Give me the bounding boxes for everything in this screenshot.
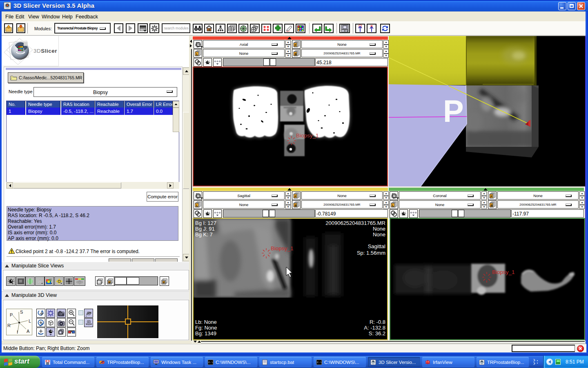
svg-text:Biopsy_1: Biopsy_1 xyxy=(296,132,319,139)
svg-text:Bg I: 127: Bg I: 127 xyxy=(195,220,216,226)
svg-text:S: S xyxy=(20,310,23,314)
svg-text:L: L xyxy=(392,204,394,207)
svg-text:F: F xyxy=(294,195,296,198)
svg-text:L: L xyxy=(196,204,198,207)
svg-text:Lb: None: Lb: None xyxy=(195,319,217,325)
svg-text:Fg: None: Fg: None xyxy=(195,325,217,331)
svg-text:None: None xyxy=(373,231,385,238)
svg-text:R: -0.8: R: -0.8 xyxy=(370,319,385,325)
svg-text:Sagittal: Sagittal xyxy=(368,243,385,249)
svg-text:L: L xyxy=(29,319,31,323)
svg-text:C:\: C:\ xyxy=(317,361,322,364)
svg-text:A: -132.8: A: -132.8 xyxy=(364,325,385,331)
svg-text:B: B xyxy=(490,204,493,207)
svg-text:F: F xyxy=(490,195,492,198)
svg-text:Biopsy_1: Biopsy_1 xyxy=(492,269,515,275)
svg-text:P: P xyxy=(443,94,464,128)
svg-text:Bg J: 91: Bg J: 91 xyxy=(195,226,215,232)
svg-text:Bg K: 7: Bg K: 7 xyxy=(195,231,213,238)
svg-text:Bg: 1349: Bg: 1349 xyxy=(195,330,216,337)
svg-text:F: F xyxy=(294,43,296,47)
svg-text:S: 36.2: S: 36.2 xyxy=(369,330,385,337)
svg-text:F: F xyxy=(163,281,165,283)
svg-text:P: P xyxy=(10,312,13,317)
svg-text:R: R xyxy=(7,323,11,328)
svg-text:None: None xyxy=(373,226,385,232)
svg-text:3DSlicer: 3DSlicer xyxy=(33,48,57,54)
svg-text:A: A xyxy=(27,329,30,334)
svg-text:B: B xyxy=(294,52,297,56)
svg-text:Biopsy_1: Biopsy_1 xyxy=(271,245,294,251)
svg-text:B: B xyxy=(109,281,111,283)
svg-text:C:\: C:\ xyxy=(209,361,213,364)
svg-text:A: A xyxy=(38,278,42,285)
svg-text:I: I xyxy=(17,330,18,334)
svg-text:20090625204831765.MR: 20090625204831765.MR xyxy=(325,220,385,226)
svg-text:B: B xyxy=(294,204,297,207)
svg-text:L: L xyxy=(196,52,198,56)
svg-text:Sp: 1.56mm: Sp: 1.56mm xyxy=(357,250,385,256)
